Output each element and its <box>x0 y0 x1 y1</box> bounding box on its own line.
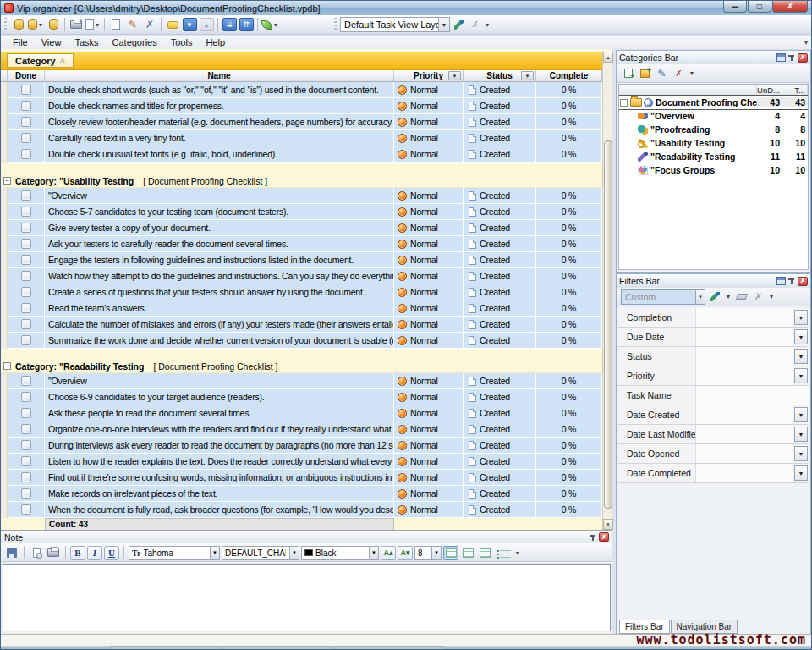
table-row[interactable]: Carefully read text in a very tiny font.… <box>1 130 602 146</box>
column-header-complete[interactable]: Complete <box>536 70 602 81</box>
layout-combo-dropdown-icon[interactable]: ▼ <box>438 18 449 31</box>
bullet-list-button[interactable] <box>497 546 513 560</box>
column-header-name[interactable]: Name <box>45 70 394 81</box>
done-checkbox[interactable] <box>21 133 31 143</box>
decrease-font-button[interactable]: A▾ <box>398 546 413 560</box>
done-checkbox[interactable] <box>21 303 31 313</box>
filter-value[interactable] <box>696 405 793 424</box>
column-header-undone[interactable]: UnD... <box>757 85 782 95</box>
close-filters-bar-button[interactable]: ✗ <box>798 277 808 286</box>
column-header-done[interactable]: Done <box>8 70 45 81</box>
filter-value[interactable] <box>696 425 793 443</box>
apply-layout-button[interactable] <box>450 17 467 33</box>
done-checkbox[interactable] <box>21 408 31 418</box>
table-row[interactable]: Choose 5-7 candidates to your testing te… <box>1 204 602 220</box>
table-row[interactable]: Choose 6-9 candidates to your target aud… <box>1 389 602 405</box>
new-task-button[interactable]: + <box>107 17 124 33</box>
filter-dropdown-icon[interactable]: ▼ <box>794 329 808 344</box>
filter-dropdown-icon[interactable]: ▼ <box>794 407 808 422</box>
done-checkbox[interactable] <box>21 255 31 265</box>
table-row[interactable]: Watch how they attempt to do the guideli… <box>1 268 602 284</box>
done-checkbox[interactable] <box>21 239 31 249</box>
table-row[interactable]: Ask your testers to carefully reader the… <box>1 236 602 252</box>
close-button[interactable]: ✗ <box>772 1 808 13</box>
layout-combo[interactable]: Default Task View Layout ▼ <box>340 17 450 32</box>
done-checkbox[interactable] <box>21 488 31 499</box>
column-header-total[interactable]: T... <box>782 85 808 95</box>
expand-all-button[interactable]: ⇊ <box>221 17 238 33</box>
done-checkbox[interactable] <box>21 101 31 111</box>
align-right-button[interactable] <box>477 546 492 560</box>
filter-preset-combo[interactable]: Custom ▼ <box>621 289 705 305</box>
table-row[interactable]: Double check names and titles for proper… <box>1 98 602 114</box>
delete-layout-button[interactable]: ✗ <box>467 17 484 33</box>
delete-filter-button[interactable]: ✗ <box>751 290 765 304</box>
print-button[interactable] <box>68 17 85 33</box>
new-database-button[interactable] <box>10 17 27 33</box>
collapse-group-icon[interactable]: − <box>3 177 11 185</box>
menu-view[interactable]: View <box>35 36 69 48</box>
table-row[interactable]: Summarize the work done and decide wheth… <box>1 333 602 349</box>
note-toolbar-overflow-icon[interactable]: ▾ <box>514 549 521 557</box>
charset-combo[interactable]: DEFAULT_CHAR ▼ <box>222 546 299 560</box>
pin-icon[interactable] <box>589 533 597 542</box>
size-combo[interactable]: 8 ▼ <box>414 546 442 560</box>
color-combo-dropdown-icon[interactable]: ▼ <box>369 547 378 559</box>
pin-icon[interactable] <box>787 53 796 62</box>
done-checkbox[interactable] <box>21 207 31 217</box>
filters-toolbar-overflow-icon[interactable]: ▾ <box>768 293 775 300</box>
done-checkbox[interactable] <box>21 117 31 127</box>
categories-toolbar-overflow-icon[interactable]: ▾ <box>689 69 695 77</box>
done-checkbox[interactable] <box>21 472 31 482</box>
new-task-list-button[interactable] <box>621 67 635 80</box>
size-combo-dropdown-icon[interactable]: ▼ <box>431 547 441 559</box>
new-category-button[interactable] <box>638 67 652 80</box>
minimize-button[interactable]: ▬ <box>723 1 747 13</box>
done-checkbox[interactable] <box>21 271 31 281</box>
done-checkbox[interactable] <box>21 190 31 201</box>
scroll-down-icon[interactable]: ▼ <box>603 519 613 530</box>
filter-dropdown-icon[interactable]: ▼ <box>794 427 808 442</box>
move-down-button[interactable]: ▾ <box>181 17 198 33</box>
note-editor[interactable] <box>3 564 611 631</box>
collapse-all-button[interactable]: ⇈ <box>238 17 255 33</box>
table-scrollbar[interactable]: ▲ ▼ <box>602 52 612 530</box>
pin-icon[interactable] <box>787 277 796 285</box>
menu-categories[interactable]: Categories <box>106 36 164 48</box>
font-combo[interactable]: Tr Tahoma ▼ <box>129 546 220 560</box>
filter-value[interactable] <box>696 308 793 327</box>
menu-file[interactable]: File <box>6 36 35 48</box>
filter-dropdown-icon[interactable]: ▼ <box>794 368 808 383</box>
tree-item-readability-testing[interactable]: "Readability Testing 11 11 <box>619 150 808 163</box>
charset-combo-dropdown-icon[interactable]: ▼ <box>289 547 299 559</box>
bold-button[interactable]: B <box>70 546 85 560</box>
column-header-status[interactable]: Status ▼ <box>464 70 536 81</box>
done-checkbox[interactable] <box>21 392 31 402</box>
filter-value[interactable] <box>696 328 793 346</box>
close-note-panel-button[interactable]: ✗ <box>599 532 609 542</box>
table-row[interactable]: When the document is fully read, ask bro… <box>1 502 602 518</box>
maximize-button[interactable]: ▢ <box>748 1 771 13</box>
table-row[interactable]: During interviews ask every reader to re… <box>1 438 602 454</box>
restore-panel-icon[interactable] <box>776 277 786 285</box>
column-header-priority[interactable]: Priority ▼ <box>394 70 464 81</box>
table-row[interactable]: Make records on irrelevant pieces of the… <box>1 486 602 502</box>
toolbar-overflow-icon[interactable]: ▾ <box>484 21 491 29</box>
filter-value[interactable] <box>696 347 793 366</box>
italic-button[interactable]: I <box>87 546 102 560</box>
filter-dropdown-icon[interactable]: ▼ <box>794 446 808 461</box>
font-combo-dropdown-icon[interactable]: ▼ <box>210 547 219 559</box>
tree-item-focus-groups[interactable]: "Focus Groups 10 10 <box>619 163 808 177</box>
move-up-button[interactable]: ▴ <box>198 17 215 33</box>
table-row[interactable]: Create a series of questions that your t… <box>1 284 602 300</box>
done-checkbox[interactable] <box>21 335 31 345</box>
table-row[interactable]: Double check short words (such as "or," … <box>1 82 602 98</box>
table-row[interactable]: "Overview Normal Created 0 % <box>1 188 602 204</box>
tree-item-overview[interactable]: "Overview 4 4 <box>619 109 808 123</box>
priority-filter-dropdown[interactable]: ▼ <box>448 71 461 80</box>
table-row[interactable]: Listen to how the reader explains the te… <box>1 454 602 470</box>
table-row[interactable]: Calculate the number of mistakes and err… <box>1 317 602 333</box>
edit-task-button[interactable]: ✎ <box>124 17 141 33</box>
scrollbar-thumb[interactable] <box>604 140 612 509</box>
align-left-button[interactable] <box>443 546 458 560</box>
